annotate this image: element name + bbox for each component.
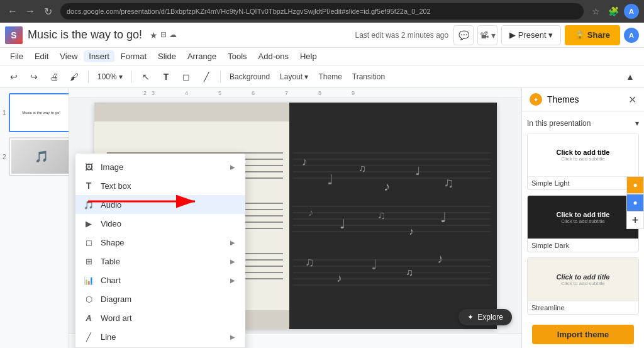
slide-2-number: 2 [3,154,6,160]
svg-text:♫: ♫ [358,163,366,174]
forward-button[interactable]: → [23,4,38,19]
theme-name-simple-dark: Simple Dark [528,239,638,252]
profile-avatar[interactable]: A [624,4,639,19]
paint-format-button[interactable]: 🖌 [65,68,83,86]
comments-button[interactable]: 💬 [453,25,474,45]
menu-section-1: 🖼 Image ▶ T Text box 🎵 Audio ▶ Video [75,156,245,347]
menu-item-shape[interactable]: ◻ Shape ▶ [75,233,245,252]
menu-item-audio[interactable]: 🎵 Audio [75,195,245,214]
menu-item-line[interactable]: ╱ Line ▶ [75,327,245,346]
slide-thumb-1[interactable]: Music is the way to go! [9,93,69,132]
themes-section-header: In this presentation ▾ [527,116,639,133]
theme-card-simple-light[interactable]: Click to add title Click to add subtitle… [527,133,639,190]
main-area: 1 Music is the way to go! 2 🎵 [0,88,644,348]
menu-view[interactable]: View [55,50,82,62]
theme-card-streamline[interactable]: Click to add title Click to add subtitle… [527,257,639,315]
svg-text:♪: ♪ [409,226,414,237]
toolbar-divider-3 [220,70,221,83]
move-icon[interactable]: ⊟ [160,30,167,40]
menu-format[interactable]: Format [116,50,152,62]
theme-preview-content-streamline: Click to add title Click to add subtitle [557,273,610,286]
menu-arrange[interactable]: Arrange [182,50,221,62]
svg-text:♩: ♩ [415,165,420,177]
share-button[interactable]: 🔒 Share [565,25,620,45]
themes-icon: ✦ [530,93,542,106]
ruler-num-2: 2 [143,90,147,96]
extensions-icon[interactable]: 🧩 [606,4,620,18]
menu-tools[interactable]: Tools [223,50,252,62]
top-actions: 💬 📽 ▾ ▶ Present ▾ 🔒 Share A [453,25,639,45]
svg-text:♫: ♫ [377,209,386,222]
menu-item-textbox[interactable]: T Text box [75,176,245,195]
slide-1-thumb-text: Music is the way to go! [21,109,62,116]
text-button[interactable]: T [157,68,175,86]
menu-file[interactable]: File [5,50,28,62]
table-label: Table [101,257,224,266]
side-icon-add[interactable]: + [626,211,644,229]
explore-button[interactable]: ✦ Explore [458,309,512,325]
star-icon[interactable]: ★ [150,30,158,40]
user-avatar[interactable]: A [624,28,639,43]
svg-rect-17 [289,103,497,329]
import-theme-button[interactable]: Import theme [532,325,634,344]
address-bar[interactable]: docs.google.com/presentation/d/1BxbpfzpK… [60,3,584,20]
shape-label: Shape [101,238,224,247]
layout-button[interactable]: Layout ▾ [276,68,312,86]
textbox-icon: T [83,180,94,191]
wordart-icon: A [83,312,94,323]
ruler-num-4: 4 [185,90,188,96]
toolbar-divider-1 [88,70,89,83]
menu-item-chart[interactable]: 📊 Chart ▶ [75,271,245,289]
shape-button[interactable]: ◻ [177,68,195,86]
transition-button[interactable]: Transition [348,68,389,86]
zoom-button[interactable]: 100% ▾ [94,68,126,86]
side-icon-blue[interactable]: ● [626,194,644,211]
menu-item-table[interactable]: ⊞ Table ▶ [75,252,245,271]
themes-section-arrow: ▾ [635,119,639,128]
menu-addons[interactable]: Add-ons [253,50,294,62]
svg-text:♫: ♫ [406,267,413,278]
textbox-label: Text box [101,181,235,191]
present-dropdown-button[interactable]: 📽 ▾ [477,25,497,45]
menu-help[interactable]: Help [295,50,322,62]
themes-body: In this presentation ▾ Click to add titl… [522,111,644,348]
svg-text:♪: ♪ [437,252,443,266]
theme-preview-content-dark: Click to add title Click to add subtitle [557,211,610,224]
menu-item-image[interactable]: 🖼 Image ▶ [75,157,245,176]
chart-icon: 📊 [83,274,94,286]
slide-2-music-icon: 🎵 [35,150,48,164]
toolbar: ↩ ↪ 🖨 🖌 100% ▾ ↖ T ◻ ╱ Background Layout… [0,65,644,88]
print-button[interactable]: 🖨 [45,68,63,86]
ruler-numbers: 2 3 4 5 6 7 8 9 [74,90,355,96]
side-icon-yellow[interactable]: ● [626,176,644,194]
menu-item-diagram[interactable]: ⬡ Diagram [75,289,245,308]
back-button[interactable]: ← [5,4,20,19]
menu-insert[interactable]: Insert [84,50,114,62]
refresh-button[interactable]: ↻ [40,4,55,19]
slide-2-container: 2 🎵 [3,137,66,176]
undo-button[interactable]: ↩ [5,68,23,86]
menu-edit[interactable]: Edit [30,50,53,62]
theme-preview-streamline: Click to add title Click to add subtitle [528,258,638,301]
svg-text:♪: ♪ [384,179,390,193]
slide-thumb-2[interactable]: 🎵 [9,137,69,176]
slide-thumb-2-preview: 🎵 [11,140,69,174]
presentation-title[interactable]: Music is the way to go! [28,28,142,42]
menu-slide[interactable]: Slide [153,50,181,62]
ruler-num-7: 7 [285,90,288,96]
themes-close-button[interactable]: ✕ [628,94,636,106]
menu-item-wordart[interactable]: A Word art [75,308,245,327]
line-button[interactable]: ╱ [197,68,215,86]
redo-button[interactable]: ↪ [25,68,43,86]
cloud-icon: ☁ [169,30,177,40]
svg-text:♪: ♪ [308,207,313,218]
collapse-button[interactable]: ▲ [621,68,639,86]
cursor-button[interactable]: ↖ [137,68,155,86]
theme-button[interactable]: Theme [314,68,345,86]
menu-item-video[interactable]: ▶ Video [75,214,245,233]
slide-thumb-1-preview: Music is the way to go! [11,96,69,130]
bg-button[interactable]: Background [226,68,274,86]
present-button[interactable]: ▶ Present ▾ [501,25,561,45]
theme-card-simple-dark[interactable]: Click to add title Click to add subtitle… [527,195,639,252]
bookmark-icon[interactable]: ☆ [589,4,602,18]
